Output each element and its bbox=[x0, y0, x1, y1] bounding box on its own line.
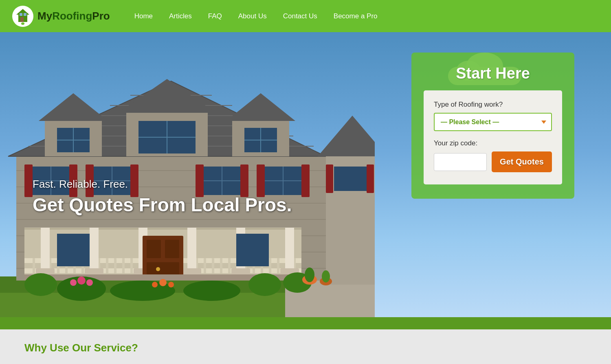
svg-rect-86 bbox=[212, 258, 214, 273]
roofing-type-select[interactable]: — Please Select — Roof Repair Roof Repla… bbox=[434, 113, 552, 131]
svg-rect-75 bbox=[122, 258, 125, 273]
site-header: MyRoofingPro Home Articles FAQ About Us … bbox=[0, 0, 611, 32]
nav-about-us[interactable]: About Us bbox=[238, 12, 267, 20]
nav-contact-us[interactable]: Contact Us bbox=[283, 12, 317, 20]
svg-rect-140 bbox=[367, 164, 374, 193]
svg-point-113 bbox=[156, 267, 160, 271]
svg-rect-2 bbox=[20, 17, 24, 22]
svg-rect-74 bbox=[114, 258, 116, 273]
nav-faq[interactable]: FAQ bbox=[208, 12, 222, 20]
svg-rect-88 bbox=[228, 258, 231, 273]
roofing-work-label: Type of Roofing work? bbox=[434, 101, 552, 109]
svg-point-123 bbox=[152, 282, 158, 287]
nav-become-pro[interactable]: Become a Pro bbox=[334, 12, 378, 20]
svg-rect-87 bbox=[220, 258, 222, 273]
quote-form-card: Start Here Type of Roofing work? — Pleas… bbox=[411, 53, 574, 199]
svg-rect-76 bbox=[130, 258, 133, 273]
svg-marker-36 bbox=[226, 93, 295, 121]
svg-rect-41 bbox=[24, 164, 33, 197]
svg-rect-112 bbox=[147, 262, 179, 276]
below-hero-section: Why Use Our Service? bbox=[0, 329, 611, 364]
form-inner: Type of Roofing work? — Please Select — … bbox=[424, 90, 562, 184]
svg-marker-26 bbox=[39, 93, 108, 121]
svg-rect-93 bbox=[269, 258, 271, 273]
form-card-title: Start Here bbox=[424, 65, 562, 82]
get-quotes-button[interactable]: Get Quotes bbox=[492, 151, 552, 172]
zip-row: Get Quotes bbox=[434, 151, 552, 172]
svg-rect-94 bbox=[277, 258, 279, 273]
main-nav: Home Articles FAQ About Us Contact Us Be… bbox=[134, 12, 378, 20]
svg-rect-115 bbox=[236, 234, 269, 266]
nav-articles[interactable]: Articles bbox=[169, 12, 192, 20]
zip-code-input[interactable] bbox=[434, 153, 487, 171]
svg-point-120 bbox=[70, 279, 77, 286]
svg-marker-137 bbox=[318, 116, 375, 156]
svg-point-124 bbox=[159, 279, 167, 286]
hero-section: Fast. Reliable. Free. Get Quotes From Lo… bbox=[0, 32, 611, 329]
svg-rect-57 bbox=[301, 164, 310, 197]
logo-icon bbox=[12, 6, 33, 27]
hero-text-block: Fast. Reliable. Free. Get Quotes From Lo… bbox=[33, 178, 292, 215]
svg-rect-85 bbox=[204, 258, 206, 273]
svg-rect-114 bbox=[57, 234, 90, 266]
svg-point-142 bbox=[305, 268, 314, 282]
svg-point-125 bbox=[168, 282, 174, 287]
svg-rect-111 bbox=[165, 240, 179, 258]
svg-rect-73 bbox=[106, 258, 108, 273]
svg-rect-3 bbox=[20, 13, 22, 16]
svg-point-119 bbox=[183, 281, 240, 301]
zip-code-label: Your zip code: bbox=[434, 139, 552, 147]
svg-rect-110 bbox=[147, 240, 161, 258]
why-use-heading: Why Use Our Service? bbox=[24, 342, 587, 354]
svg-point-126 bbox=[24, 273, 57, 296]
svg-point-144 bbox=[322, 270, 330, 283]
svg-point-5 bbox=[21, 22, 24, 25]
logo[interactable]: MyRoofingPro bbox=[12, 6, 110, 27]
svg-rect-138 bbox=[334, 167, 367, 191]
logo-text: MyRoofingPro bbox=[37, 10, 110, 22]
svg-point-121 bbox=[77, 276, 86, 285]
svg-point-122 bbox=[86, 279, 93, 286]
svg-rect-64 bbox=[33, 258, 35, 273]
svg-point-127 bbox=[248, 273, 281, 296]
nav-home[interactable]: Home bbox=[134, 12, 153, 20]
svg-rect-4 bbox=[24, 13, 26, 16]
svg-rect-139 bbox=[326, 164, 333, 193]
hero-tagline: Fast. Reliable. Free. bbox=[33, 178, 292, 191]
hero-headline: Get Quotes From Local Pros. bbox=[33, 195, 292, 215]
hero-bottom-strip bbox=[0, 317, 611, 329]
